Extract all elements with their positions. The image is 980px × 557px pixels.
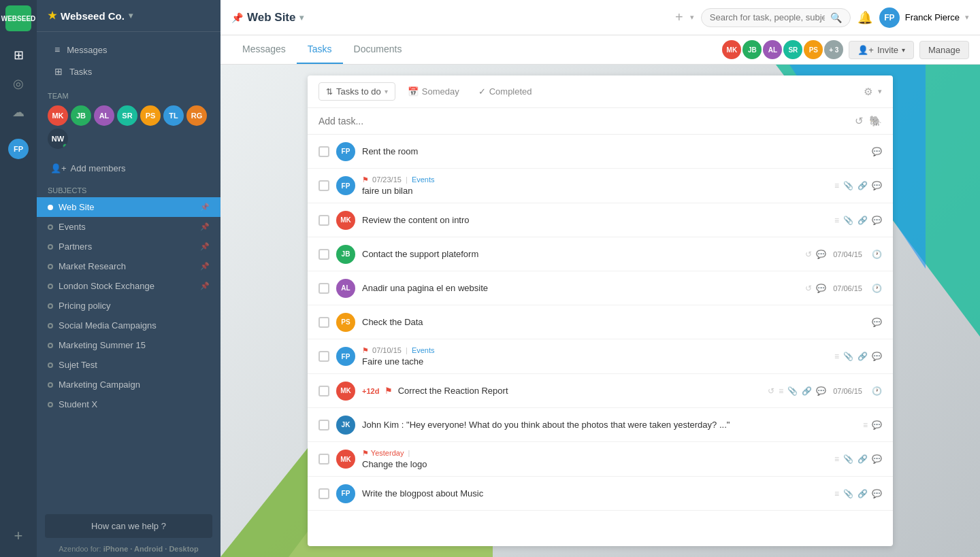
link-icon[interactable]: 🔗 — [858, 454, 868, 464]
sidebar-item-student-x[interactable]: Student X — [37, 394, 220, 414]
user-avatar-sidebar[interactable]: FP — [8, 139, 29, 159]
task-checkbox[interactable] — [318, 249, 329, 260]
link-icon[interactable]: 🔗 — [858, 216, 868, 225]
attachment-icon[interactable]: 📎 — [843, 181, 853, 190]
tab-messages[interactable]: Messages — [231, 35, 297, 64]
sidebar-item-tasks[interactable]: ⊞ Tasks — [48, 61, 210, 82]
add-chevron-icon[interactable]: ▾ — [690, 13, 694, 22]
list-icon[interactable]: ≡ — [834, 352, 839, 361]
team-avatar-5[interactable]: PS — [140, 105, 161, 126]
team-avatar-2[interactable]: JB — [71, 105, 91, 126]
attachment-icon[interactable]: 📎 — [787, 386, 798, 396]
team-avatar-3[interactable]: AL — [94, 105, 114, 126]
sidebar-item-sujet-test[interactable]: Sujet Test — [37, 355, 220, 375]
link-icon[interactable]: 🔗 — [858, 352, 868, 361]
nav-grid-icon[interactable]: ⊞ — [5, 42, 31, 68]
comment-icon[interactable]: 💬 — [872, 318, 882, 327]
completed-filter[interactable]: ✓ Completed — [472, 83, 539, 100]
flag-icon: ⚑ — [362, 346, 369, 354]
task-checkbox[interactable] — [318, 180, 329, 191]
sidebar-item-market-research[interactable]: Market Research 📌 — [37, 256, 220, 276]
user-info[interactable]: FP Franck Pierce ▾ — [879, 7, 969, 28]
team-avatar-6[interactable]: TL — [163, 105, 184, 126]
tab-documents[interactable]: Documents — [343, 35, 413, 64]
comment-icon[interactable]: 💬 — [816, 250, 826, 259]
comment-icon[interactable]: 💬 — [872, 216, 882, 225]
attachment-icon[interactable]: 📎 — [843, 489, 853, 499]
link-icon[interactable]: 🔗 — [802, 386, 812, 396]
sidebar-item-marketing-summer[interactable]: Marketing Summer 15 — [37, 335, 220, 355]
help-button[interactable]: How can we help ? — [45, 514, 212, 538]
task-checkbox[interactable] — [318, 317, 329, 328]
attachment-icon[interactable]: 📎 — [843, 352, 853, 361]
sidebar-item-partners[interactable]: Partners 📌 — [37, 237, 220, 256]
task-checkbox[interactable] — [318, 146, 329, 157]
comment-icon[interactable]: 💬 — [872, 420, 882, 430]
sidebar-item-messages[interactable]: ≡ Messages — [48, 39, 210, 61]
attachment-icon[interactable]: 📎 — [843, 454, 853, 464]
comment-icon[interactable]: 💬 — [872, 352, 882, 361]
team-avatar-8[interactable]: NW — [48, 129, 68, 149]
member-chip-3[interactable]: AL — [763, 40, 782, 59]
list-icon[interactable]: ≡ — [834, 489, 839, 499]
team-avatar-7[interactable]: RG — [186, 105, 207, 126]
list-icon[interactable]: ≡ — [834, 216, 839, 225]
team-avatar-1[interactable]: MK — [48, 105, 68, 126]
settings-chevron-icon[interactable]: ▾ — [878, 87, 882, 96]
manage-button[interactable]: Manage — [919, 41, 969, 59]
list-icon[interactable]: ≡ — [834, 181, 839, 190]
search-input[interactable] — [710, 12, 825, 22]
comment-icon[interactable]: 💬 — [872, 454, 882, 464]
nav-circle-icon[interactable]: ◎ — [5, 71, 31, 97]
refresh-icon[interactable]: ↺ — [768, 386, 774, 396]
elephant-icon[interactable]: 🐘 — [869, 115, 882, 127]
task-checkbox[interactable] — [318, 420, 329, 431]
comment-icon[interactable]: 💬 — [872, 489, 882, 499]
list-icon[interactable]: ≡ — [779, 386, 783, 396]
task-checkbox[interactable] — [318, 386, 329, 396]
refresh-icon[interactable]: ↺ — [805, 250, 812, 259]
task-checkbox[interactable] — [318, 454, 329, 465]
list-icon[interactable]: ≡ — [863, 420, 868, 430]
sidebar-item-pricing-policy[interactable]: Pricing policy — [37, 296, 220, 316]
team-avatar-4[interactable]: SR — [117, 105, 137, 126]
member-chip-1[interactable]: MK — [722, 40, 741, 59]
refresh-icon[interactable]: ↺ — [805, 284, 812, 293]
settings-icon[interactable]: ⚙ — [864, 86, 872, 98]
tab-tasks[interactable]: Tasks — [297, 35, 343, 64]
link-icon[interactable]: 🔗 — [858, 489, 868, 499]
nav-cloud-icon[interactable]: ☁ — [5, 99, 31, 125]
sidebar-item-social-media[interactable]: Social Media Campaigns — [37, 316, 220, 335]
comment-icon[interactable]: 💬 — [872, 181, 882, 190]
member-chip-4[interactable]: SR — [783, 40, 802, 59]
sidebar-item-marketing-campaign[interactable]: Marketing Campaign — [37, 375, 220, 394]
add-icon[interactable]: + — [675, 10, 683, 25]
notification-icon[interactable]: 🔔 — [858, 10, 872, 25]
sidebar-item-events[interactable]: Events 📌 — [37, 217, 220, 237]
add-task-input[interactable] — [318, 116, 849, 126]
link-icon[interactable]: 🔗 — [858, 181, 868, 190]
task-checkbox[interactable] — [318, 283, 329, 294]
sidebar-item-website[interactable]: Web Site 📌 — [37, 197, 220, 217]
add-workspace-button[interactable]: + — [5, 523, 31, 549]
task-checkbox[interactable] — [318, 215, 329, 226]
member-chip-2[interactable]: JB — [742, 40, 762, 59]
add-members-button[interactable]: 👤+ Add members — [44, 158, 214, 178]
user-chevron-icon[interactable]: ▾ — [965, 13, 969, 22]
refresh-icon[interactable]: ↺ — [855, 115, 864, 127]
member-chip-5[interactable]: PS — [804, 40, 823, 59]
comment-icon[interactable]: 💬 — [816, 284, 826, 293]
project-title-chevron[interactable]: ▾ — [299, 13, 304, 22]
task-checkbox[interactable] — [318, 351, 329, 362]
task-checkbox[interactable] — [318, 488, 329, 499]
someday-filter[interactable]: 📅 Someday — [401, 83, 466, 100]
list-icon[interactable]: ≡ — [834, 454, 839, 464]
comment-icon[interactable]: 💬 — [872, 147, 882, 156]
member-chip-plus[interactable]: + 3 — [824, 40, 843, 59]
invite-button[interactable]: 👤+ Invite ▾ — [849, 41, 914, 59]
chevron-down-icon[interactable]: ▾ — [129, 11, 133, 20]
attachment-icon[interactable]: 📎 — [843, 216, 853, 225]
comment-icon[interactable]: 💬 — [816, 386, 826, 396]
sidebar-item-london-stock[interactable]: London Stock Exchange 📌 — [37, 276, 220, 296]
tasks-to-do-filter[interactable]: ⇅ Tasks to do ▾ — [318, 82, 395, 101]
